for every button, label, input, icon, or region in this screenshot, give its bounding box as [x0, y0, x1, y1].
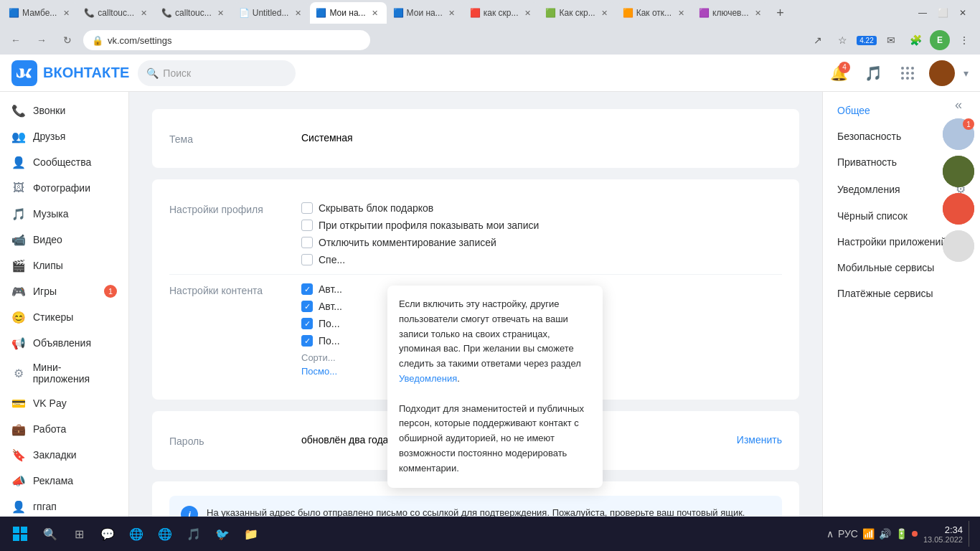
menu-icon[interactable]: ⋮	[954, 30, 974, 50]
taskbar-edge-button[interactable]: 🌐	[152, 521, 178, 547]
checkbox-gifts[interactable]: Скрывать блок подарков	[301, 202, 782, 214]
tab-6[interactable]: 🟥 как скр... ✕	[464, 2, 540, 24]
puzzle-icon[interactable]: 🧩	[905, 30, 925, 50]
cb-special[interactable]	[301, 254, 313, 265]
vkpay-icon: 💳	[11, 396, 26, 410]
checkbox-disable-comments[interactable]: Отключить комментирование записей	[301, 237, 782, 248]
maximize-button[interactable]: ⬜	[934, 4, 951, 22]
user-avatar[interactable]	[929, 60, 955, 86]
password-change-link[interactable]: Изменить	[737, 434, 782, 446]
battery-icon: 🔋	[895, 528, 908, 540]
chat-avatar-3[interactable]	[943, 193, 974, 225]
address-input[interactable]: 🔒 vk.com/settings	[83, 30, 370, 50]
refresh-button[interactable]: ↻	[57, 30, 77, 50]
checkbox-special[interactable]: Спе...	[301, 254, 782, 265]
vk-logo[interactable]: ВКОНТАКТЕ	[11, 60, 129, 86]
sidebar-item-soobshchestva[interactable]: 👤 Сообщества	[0, 149, 128, 175]
user-icon[interactable]: E	[930, 30, 950, 50]
cb-disable-comments[interactable]	[301, 237, 313, 248]
share-icon[interactable]: ↗	[808, 30, 828, 50]
games-icon: 🎮	[11, 284, 26, 298]
right-label-uved: Уведомления	[837, 184, 900, 195]
right-item-platezhnye[interactable]: Платёжные сервисы	[823, 281, 980, 306]
taskbar-itunes-button[interactable]: 🎵	[181, 521, 207, 547]
right-label-mobile: Мобильные сервисы	[837, 262, 934, 273]
sidebar-item-obyavleniya[interactable]: 📢 Объявления	[0, 330, 128, 356]
tab-7[interactable]: 🟩 Как скр... ✕	[540, 2, 616, 24]
back-button[interactable]: ←	[6, 30, 26, 50]
tab-8[interactable]: 🟧 Как отк... ✕	[617, 2, 692, 24]
sidebar-item-gpgap[interactable]: 👤 гпгап	[0, 494, 128, 519]
chat-avatar-1[interactable]: 1	[943, 118, 974, 150]
forward-button[interactable]: →	[32, 30, 52, 50]
sidebar-item-druzya[interactable]: 👥 Друзья	[0, 123, 128, 149]
sidebar-item-reklama[interactable]: 📣 Реклама	[0, 468, 128, 494]
tab-5[interactable]: 🟦 Мои на... ✕	[387, 2, 463, 24]
vk-search[interactable]: 🔍 Поиск	[138, 60, 296, 86]
tab-close-7[interactable]: ✕	[599, 7, 611, 19]
sidebar-item-klipy[interactable]: 🎬 Клипы	[0, 253, 128, 278]
taskbar-misc-button[interactable]: 🐦	[209, 521, 235, 547]
sidebar-item-rabota[interactable]: 💼 Работа	[0, 416, 128, 442]
sidebar-item-zvonki[interactable]: 📞 Звонки	[0, 98, 128, 123]
new-tab-button[interactable]: +	[771, 3, 791, 23]
tab-close-4[interactable]: ✕	[369, 7, 381, 19]
tab-close-3[interactable]: ✕	[292, 7, 303, 19]
cb-show-posts[interactable]	[301, 220, 313, 231]
minimize-button[interactable]: —	[914, 4, 931, 22]
tab-3[interactable]: 📄 Untitled... ✕	[233, 2, 310, 24]
cb-content-1[interactable]: ✓	[301, 283, 313, 295]
tab-label-4: Мои на...	[329, 8, 365, 18]
apps-grid-button[interactable]	[895, 60, 920, 86]
user-dropdown-icon[interactable]: ▾	[963, 67, 969, 79]
tab-close-6[interactable]: ✕	[522, 7, 533, 19]
show-desktop-button[interactable]	[969, 521, 974, 547]
sidebar-item-foto[interactable]: 🖼 Фотографии	[0, 175, 128, 201]
sidebar-item-stikery[interactable]: 😊 Стикеры	[0, 304, 128, 330]
tab-9[interactable]: 🟪 ключев... ✕	[693, 2, 769, 24]
start-button[interactable]	[6, 519, 34, 548]
tab-1[interactable]: 📞 calltouс... ✕	[78, 2, 155, 24]
chevron-up-icon[interactable]: ∧	[826, 528, 834, 540]
sidebar-item-video[interactable]: 📹 Видео	[0, 227, 128, 253]
taskbar-explorer-button[interactable]: 📁	[238, 521, 264, 547]
theme-value: Системная	[301, 132, 782, 143]
cb-content-3[interactable]: ✓	[301, 318, 313, 329]
tab-close-2[interactable]: ✕	[215, 7, 227, 19]
taskbar-search-button[interactable]: 🔍	[37, 521, 63, 547]
cb-content-2[interactable]: ✓	[301, 301, 313, 312]
sidebar-item-muzyka[interactable]: 🎵 Музыка	[0, 201, 128, 227]
sidebar-label-klipy: Клипы	[33, 260, 63, 271]
music-button[interactable]: 🎵	[860, 60, 886, 86]
extension-badge[interactable]: 4.22	[857, 30, 877, 50]
taskbar-chat-button[interactable]: 💬	[95, 521, 121, 547]
sidebar-item-vkpay[interactable]: 💳 VK Pay	[0, 390, 128, 416]
tab-close-1[interactable]: ✕	[138, 7, 149, 19]
profile-settings-label: Настройки профиля	[169, 202, 284, 215]
tab-2[interactable]: 📞 calltouс... ✕	[156, 2, 232, 24]
close-button[interactable]: ✕	[954, 4, 971, 22]
bookmark-icon[interactable]: ☆	[832, 30, 852, 50]
tab-close-8[interactable]: ✕	[675, 7, 687, 19]
checkbox-show-posts[interactable]: При открытии профиля показывать мои запи…	[301, 220, 782, 231]
sidebar-item-mini-apps[interactable]: ⚙ Мини-приложения	[0, 356, 128, 390]
tab-4[interactable]: 🟦 Мои на... ✕	[310, 2, 386, 24]
notifications-button[interactable]: 🔔 4	[826, 60, 852, 86]
sidebar-item-igry[interactable]: 🎮 Игры 1	[0, 278, 128, 304]
tab-close-5[interactable]: ✕	[446, 7, 458, 19]
work-icon: 💼	[11, 422, 26, 436]
taskbar-widgets-button[interactable]: ⊞	[66, 521, 92, 547]
tab-close-9[interactable]: ✕	[753, 7, 764, 19]
cb-content-4[interactable]: ✓	[301, 335, 313, 347]
tab-close-0[interactable]: ✕	[60, 7, 72, 19]
collapse-chat-button[interactable]: «	[955, 98, 962, 113]
chat-avatar-4[interactable]	[943, 230, 974, 262]
ads-icon: 📢	[11, 336, 26, 350]
tooltip-link[interactable]: Уведомления	[399, 373, 457, 384]
sidebar-item-zakładki[interactable]: 🔖 Закладки	[0, 442, 128, 468]
cb-gifts[interactable]	[301, 202, 313, 214]
chat-avatar-2[interactable]	[943, 156, 974, 187]
tab-0[interactable]: 🟦 Мамбе... ✕	[3, 2, 77, 24]
mail-icon[interactable]: ✉	[881, 30, 901, 50]
taskbar-chrome-button[interactable]: 🌐	[123, 521, 149, 547]
